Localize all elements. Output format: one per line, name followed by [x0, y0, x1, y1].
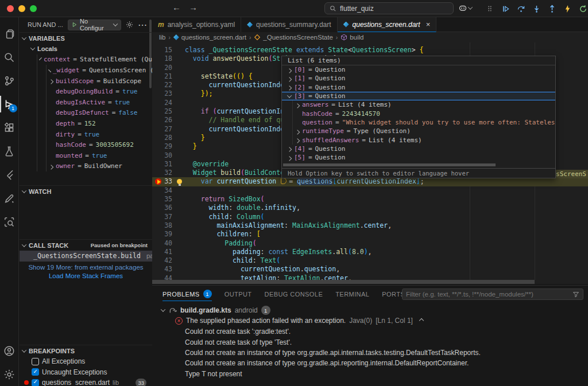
- hot-reload-icon[interactable]: [561, 2, 574, 15]
- window-minimize-button[interactable]: [18, 5, 25, 12]
- variable-row[interactable]: mounted=true: [20, 150, 152, 161]
- variable-row[interactable]: buildScope=BuildScope: [20, 76, 152, 87]
- lightbulb-icon[interactable]: [177, 179, 182, 184]
- breadcrumb-item-build[interactable]: build: [341, 34, 363, 41]
- code-line[interactable]: 33 var currentQuestion = questions[curre…: [152, 177, 588, 186]
- code-line[interactable]: 34: [152, 186, 588, 195]
- panel-tab-terminal[interactable]: TERMINAL: [335, 287, 369, 301]
- breakpoint-checkbox[interactable]: [32, 358, 39, 365]
- variable-row[interactable]: [1]=Question: [282, 74, 555, 83]
- breakpoint-item[interactable]: questions_screen.dartlib33: [20, 377, 152, 386]
- variable-row[interactable]: hashCode=2243414570: [282, 109, 555, 118]
- breadcrumb-item-_QuestionsScreenState[interactable]: _QuestionsScreenState: [254, 34, 332, 41]
- variable-row[interactable]: question="Which widget should you try to…: [282, 118, 555, 127]
- code-line[interactable]: 38 mainAxisAlignment: MainAxisAlignment.…: [152, 221, 588, 230]
- close-icon[interactable]: ×: [426, 20, 431, 29]
- widget-inspector-icon[interactable]: [0, 210, 19, 233]
- drag-handle-icon[interactable]: [483, 2, 496, 15]
- code-line[interactable]: 15class _QuestionsScreenState extends St…: [152, 46, 588, 54]
- variable-row[interactable]: depth=152: [20, 118, 152, 129]
- variable-row[interactable]: context=StatefulElement (Questi…: [20, 54, 152, 65]
- watch-header[interactable]: WATCH: [20, 185, 152, 197]
- code-line[interactable]: 39 children: [: [152, 230, 588, 239]
- step-into-icon[interactable]: [530, 2, 543, 15]
- code-line[interactable]: 42 child: Text(: [152, 256, 588, 265]
- restart-icon[interactable]: [577, 2, 588, 15]
- continue-icon[interactable]: [499, 2, 512, 15]
- variable-row[interactable]: answers=List (4 items): [282, 100, 555, 109]
- code-line[interactable]: 43 currentQuestion.question,: [152, 265, 588, 274]
- problem-error-row[interactable]: × The supplied phased action failed with…: [152, 315, 588, 326]
- code-line[interactable]: 35 return SizedBox(: [152, 195, 588, 204]
- breakpoint-checkbox[interactable]: [32, 379, 39, 386]
- scope-row[interactable]: Locals: [20, 44, 152, 54]
- stack-frame-row[interactable]: _QuestionsScreenState.build pa…: [20, 251, 152, 262]
- more-actions-icon[interactable]: ⋯: [138, 20, 148, 30]
- variable-row[interactable]: shuffledAnswers=List (4 items): [282, 135, 555, 144]
- filter-input[interactable]: [406, 291, 569, 298]
- tab-questions_summary.dart[interactable]: questions_summary.dart: [241, 17, 338, 32]
- editor-horizontal-scrollbar[interactable]: [152, 280, 535, 284]
- panel-tab-debug-console[interactable]: DEBUG CONSOLE: [265, 287, 323, 301]
- panel-tab-problems[interactable]: PROBLEMS1: [163, 287, 212, 301]
- copilot-menu[interactable]: [458, 3, 472, 13]
- problems-filter[interactable]: [402, 288, 583, 300]
- step-out-icon[interactable]: [546, 2, 558, 15]
- run-debug-icon[interactable]: 1: [0, 92, 19, 116]
- breadcrumb-item-questions_screen.dart[interactable]: questions_screen.dart: [173, 34, 246, 41]
- source-control-icon[interactable]: [0, 69, 19, 92]
- nav-forward-icon[interactable]: →: [189, 2, 198, 12]
- variable-row[interactable]: [2]=Question: [282, 83, 555, 92]
- chevron-up-icon[interactable]: [419, 318, 424, 323]
- variable-row[interactable]: _widget=QuestionsScreen (Quest…: [20, 65, 152, 76]
- tab-questions_screen.dart[interactable]: questions_screen.dart×: [338, 17, 437, 32]
- tab-analysis_options.yaml[interactable]: manalysis_options.yaml: [152, 17, 241, 32]
- variables-header[interactable]: VARIABLES: [20, 32, 152, 44]
- breadcrumb-item-lib[interactable]: lib: [159, 34, 166, 41]
- call-stack-header[interactable]: CALL STACK Paused on breakpoint: [20, 239, 152, 251]
- variable-row[interactable]: [4]=Question: [282, 145, 555, 153]
- step-over-icon[interactable]: [514, 2, 527, 15]
- breakpoint-item[interactable]: Uncaught Exceptions: [20, 367, 152, 378]
- window-zoom-button[interactable]: [30, 5, 37, 12]
- window-close-button[interactable]: [7, 5, 14, 12]
- variable-row[interactable]: runtimeType=Type (Question): [282, 127, 555, 135]
- variable-row[interactable]: owner=BuildOwner: [20, 161, 152, 172]
- variable-row[interactable]: [3]=Question: [282, 92, 555, 100]
- variable-row[interactable]: hashCode=3003505692: [20, 139, 152, 150]
- problem-detail-row[interactable]: Type T not present: [152, 369, 588, 379]
- paused-breakpoint-icon[interactable]: [155, 178, 161, 185]
- variable-row[interactable]: debugDoingBuild=true: [20, 86, 152, 97]
- problem-detail-row[interactable]: Could not create an instance of type org…: [152, 358, 588, 368]
- settings-gear-icon[interactable]: [0, 362, 19, 386]
- flutter-icon[interactable]: [0, 163, 19, 186]
- accounts-icon[interactable]: [0, 339, 19, 362]
- load-more-frames-link[interactable]: Load More Stack Frames: [20, 272, 152, 281]
- nav-back-icon[interactable]: ←: [172, 2, 181, 12]
- code-line[interactable]: 41 padding: const EdgeInsets.all(8.0),: [152, 248, 588, 256]
- code-line[interactable]: 37 child: Column(: [152, 213, 588, 221]
- problem-detail-row[interactable]: Could not create task of type 'Test'.: [152, 337, 588, 347]
- problem-detail-row[interactable]: Could not create an instance of type org…: [152, 348, 588, 358]
- panel-tab-output[interactable]: OUTPUT: [225, 287, 252, 301]
- show-more-frames-link[interactable]: Show 19 More: from external packages: [20, 264, 152, 272]
- search-icon[interactable]: [0, 45, 19, 69]
- breakpoint-item[interactable]: All Exceptions: [20, 356, 152, 367]
- property-editor-pen-icon[interactable]: [0, 186, 19, 210]
- variable-row[interactable]: debugIsDefunct=false: [20, 108, 152, 119]
- debug-configuration-dropdown[interactable]: No Configur: [68, 20, 121, 30]
- breakpoints-header[interactable]: BREAKPOINTS: [20, 345, 152, 356]
- breakpoint-checkbox[interactable]: [32, 368, 39, 376]
- gear-icon[interactable]: [126, 21, 133, 29]
- code-line[interactable]: 40 Padding(: [152, 239, 588, 248]
- variable-row[interactable]: [5]=Question: [282, 153, 555, 162]
- command-center-search[interactable]: flutter_quiz: [324, 2, 454, 14]
- testing-icon[interactable]: [0, 139, 19, 163]
- variable-row[interactable]: debugIsActive=true: [20, 97, 152, 108]
- code-line[interactable]: 36 width: double.infinity,: [152, 204, 588, 212]
- explorer-icon[interactable]: [0, 22, 19, 45]
- hover-horizontal-scrollbar[interactable]: [283, 163, 496, 166]
- problem-file-row[interactable]: build.gradle.kts android 1: [152, 305, 588, 315]
- variable-row[interactable]: [0]=Question: [282, 65, 555, 74]
- extensions-icon[interactable]: [0, 116, 19, 139]
